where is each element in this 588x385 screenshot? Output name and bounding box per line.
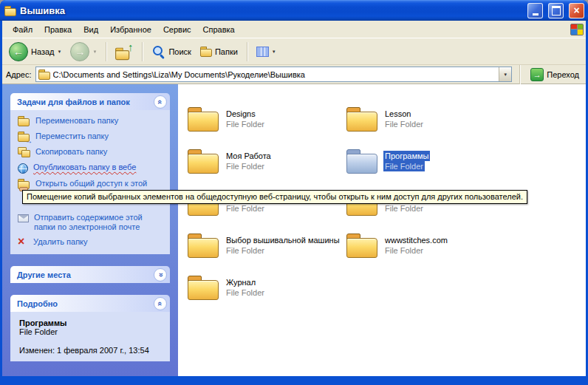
window-title: Вышивка [20,5,522,16]
address-input[interactable]: C:\Documents and Settings\Liza\My Docume… [35,67,513,82]
go-label: Переход [547,70,579,79]
folder-type: File Folder [383,245,425,256]
task-pane-sidebar: Задачи для файлов и папок Переименовать … [2,84,178,376]
rename-folder-icon [18,116,30,126]
folder-name: Моя Работа [225,151,273,161]
close-button[interactable]: × [569,3,584,18]
folder-content-area: Designs File Folder Lesson File Folder [178,84,586,376]
folder-type: File Folder [383,119,425,129]
folder-item[interactable]: Моя Работа File Folder [187,140,346,182]
panel-body-file-folder-tasks: Переименовать папку Переместить папку Ск… [10,110,170,254]
folder-item[interactable]: Designs File Folder [187,98,346,140]
toolbar-separator [106,42,106,61]
folder-type: File Folder [225,245,266,256]
share-folder-icon [18,179,30,189]
folders-label: Папки [215,47,238,56]
menu-item-edit[interactable]: Правка [38,23,78,36]
titlebar: Вышивка × [0,0,588,21]
task-delete-folder[interactable]: Удалить папку [18,237,165,247]
forward-button[interactable] [66,40,100,64]
folder-item-selected[interactable]: Программы File Folder [346,140,505,182]
folder-name: Журнал [225,277,257,287]
task-publish-folder[interactable]: Опубликовать папку в вебе [18,163,165,174]
chevron-down-icon [503,72,507,77]
toolbar-separator [142,42,143,61]
move-folder-icon [18,132,30,142]
back-dropdown-icon[interactable] [58,50,62,54]
panel-body-details: Программы File Folder Изменен: 1 февраля… [10,312,170,361]
menu-item-tools[interactable]: Сервис [157,23,197,36]
tooltip: Помещение копий выбранных элементов на о… [22,190,527,204]
folder-icon [346,149,378,174]
collapse-chevron-icon[interactable] [154,95,167,109]
task-copy-folder[interactable]: Скопировать папку [18,147,165,157]
forward-dropdown-icon [92,50,97,54]
panel-header-other-places[interactable]: Другие места [10,266,170,283]
search-button[interactable]: Поиск [148,42,194,61]
task-email-folder[interactable]: Отправить содержимое этой папки по элект… [18,213,165,232]
delete-icon [18,237,28,247]
menu-item-favorites[interactable]: Избранное [104,23,157,36]
menu-item-help[interactable]: Справка [197,23,241,36]
menu-bar: Файл Правка Вид Избранное Сервис Справка [2,21,586,38]
details-modified-date: Изменен: 1 февраля 2007 г., 13:54 [19,346,161,355]
folder-type: File Folder [225,203,266,214]
folder-item[interactable]: Lesson File Folder [346,98,505,140]
folder-type: File Folder [225,161,266,171]
views-button[interactable] [253,44,280,59]
menu-item-file[interactable]: Файл [7,23,38,36]
go-button[interactable]: Переход [527,68,582,81]
task-move-folder[interactable]: Переместить папку [18,132,165,142]
folder-name: Выбор вышивальной машины [225,235,341,245]
go-arrow-icon [530,68,544,81]
views-dropdown-icon [272,50,276,54]
copy-folder-icon [18,147,30,157]
folder-name: Lesson [383,109,412,119]
expand-chevron-icon[interactable] [154,268,167,282]
windows-logo-icon [570,24,584,35]
folder-type: File Folder [383,161,425,171]
folder-icon [187,106,219,132]
forward-arrow-icon [70,42,89,61]
panel-title: Задачи для файлов и папок [17,98,130,106]
up-button[interactable] [112,42,137,61]
search-icon [151,44,165,58]
minimize-button[interactable] [527,3,543,18]
folder-name: Designs [225,109,257,119]
address-bar: Адрес: C:\Documents and Settings\Liza\My… [2,65,586,84]
folder-type: File Folder [225,119,266,129]
address-label: Адрес: [6,70,32,79]
folder-icon [187,233,219,258]
folders-button[interactable]: Папки [196,44,242,58]
folder-item[interactable]: Журнал File Folder [187,266,346,308]
panel-title: Другие места [17,270,71,279]
toolbar-separator [247,42,247,61]
folder-icon [346,106,378,132]
toolbar-separator [519,65,520,84]
back-label: Назад [31,47,55,56]
folder-type: File Folder [225,287,266,298]
views-icon [256,47,269,57]
back-button[interactable]: Назад [5,40,65,64]
explorer-window: Вышивка × Файл Правка Вид Избранное Серв… [0,0,588,385]
folder-icon [187,275,219,300]
menu-item-view[interactable]: Вид [78,23,104,36]
panel-file-folder-tasks: Задачи для файлов и папок Переименовать … [10,93,170,254]
maximize-button[interactable] [548,3,564,18]
folder-item[interactable]: wwwstitches.com File Folder [346,224,505,266]
task-rename-folder[interactable]: Переименовать папку [18,116,165,126]
email-icon [18,214,29,222]
folders-pane-icon [200,47,212,56]
folder-item[interactable]: Выбор вышивальной машины File Folder [187,224,346,266]
panel-header-file-folder-tasks[interactable]: Задачи для файлов и папок [10,93,170,110]
folder-type: File Folder [383,203,425,214]
panel-header-details[interactable]: Подробно [10,295,170,312]
task-share-folder[interactable]: Открыть общий доступ к этой [18,179,165,189]
toolbar: Назад Поиск Папки [2,38,586,65]
folder-name: Программы [383,151,430,161]
panel-details: Подробно Программы File Folder Изменен: … [10,295,170,361]
address-dropdown-button[interactable] [499,67,511,81]
details-folder-type: File Folder [19,327,161,336]
collapse-chevron-icon[interactable] [154,297,167,310]
up-folder-icon [115,44,133,59]
